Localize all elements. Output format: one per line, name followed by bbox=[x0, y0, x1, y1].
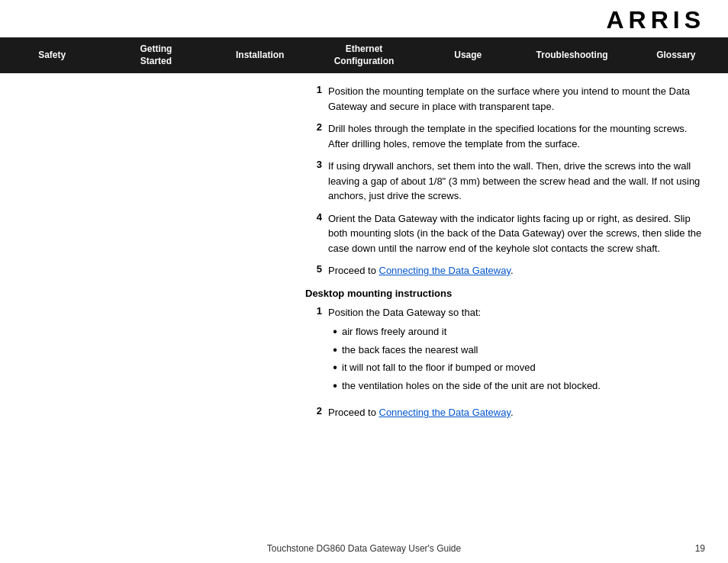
sidebar bbox=[0, 73, 298, 516]
bullet-text-2: the back faces the nearest wall bbox=[342, 343, 478, 358]
step-text-5: Proceed to Connecting the Data Gateway. bbox=[328, 263, 705, 278]
bullet-item-2: • the back faces the nearest wall bbox=[328, 343, 705, 358]
desktop-list: 1 Position the Data Gateway so that: • a… bbox=[305, 305, 705, 420]
bullet-dot-4: • bbox=[328, 378, 342, 393]
bullet-item-1: • air flows freely around it bbox=[328, 324, 705, 339]
bullet-dot-2: • bbox=[328, 343, 342, 357]
wall-step-3: 3 If using drywall anchors, set them int… bbox=[305, 159, 705, 204]
step-num-5: 5 bbox=[305, 263, 322, 275]
desktop-step-2: 2 Proceed to Connecting the Data Gateway… bbox=[305, 405, 705, 420]
wall-step-1: 1 Position the mounting template on the … bbox=[305, 84, 705, 114]
nav-ethernet-config[interactable]: Ethernet Configuration bbox=[312, 37, 416, 73]
step2-before: Proceed to bbox=[328, 407, 379, 418]
desktop-step-1: 1 Position the Data Gateway so that: • a… bbox=[305, 305, 705, 398]
bullet-text-4: the ventilation holes on the side of the… bbox=[342, 378, 601, 394]
nav-safety[interactable]: Safety bbox=[0, 37, 104, 73]
desktop-step1-text: Position the Data Gateway so that: bbox=[328, 307, 481, 318]
bullet-dot-1: • bbox=[328, 324, 342, 339]
arris-logo: ARRIS bbox=[606, 6, 705, 34]
footer-center-text: Touchstone DG860 Data Gateway User's Gui… bbox=[267, 543, 461, 554]
desktop-text-1: Position the Data Gateway so that: • air… bbox=[328, 305, 705, 398]
nav-bar: Safety Getting Started Installation Ethe… bbox=[0, 37, 728, 73]
desktop-text-2: Proceed to Connecting the Data Gateway. bbox=[328, 405, 705, 420]
footer-page-number: 19 bbox=[695, 543, 705, 554]
wall-step-5: 5 Proceed to Connecting the Data Gateway… bbox=[305, 263, 705, 278]
bullet-text-1: air flows freely around it bbox=[342, 324, 446, 339]
step-num-3: 3 bbox=[305, 159, 322, 170]
bullet-item-4: • the ventilation holes on the side of t… bbox=[328, 378, 705, 394]
wall-mount-list: 1 Position the mounting template on the … bbox=[305, 84, 705, 278]
footer: Touchstone DG860 Data Gateway User's Gui… bbox=[0, 543, 728, 554]
step-num-1: 1 bbox=[305, 84, 322, 95]
step-text-3: If using drywall anchors, set them into … bbox=[328, 159, 705, 204]
main-content: 1 Position the mounting template on the … bbox=[0, 73, 728, 516]
step-num-2: 2 bbox=[305, 121, 322, 133]
nav-troubleshooting[interactable]: Troubleshooting bbox=[520, 37, 623, 73]
step-num-4: 4 bbox=[305, 211, 322, 223]
desktop-heading: Desktop mounting instructions bbox=[305, 288, 705, 299]
bullet-dot-3: • bbox=[328, 360, 342, 375]
nav-glossary[interactable]: Glossary bbox=[624, 37, 728, 73]
wall-step-4: 4 Orient the Data Gateway with the indic… bbox=[305, 211, 705, 256]
desktop-num-2: 2 bbox=[305, 405, 322, 417]
step2-after: . bbox=[511, 407, 514, 418]
bullet-text-3: it will not fall to the floor if bumped … bbox=[342, 360, 536, 375]
nav-getting-started[interactable]: Getting Started bbox=[104, 37, 208, 73]
step5-link[interactable]: Connecting the Data Gateway bbox=[379, 265, 511, 276]
desktop-num-1: 1 bbox=[305, 305, 322, 317]
logo-bar: ARRIS bbox=[0, 0, 728, 37]
step5-before: Proceed to bbox=[328, 265, 379, 276]
step2-link[interactable]: Connecting the Data Gateway bbox=[379, 407, 511, 418]
nav-installation[interactable]: Installation bbox=[208, 37, 312, 73]
nav-usage[interactable]: Usage bbox=[416, 37, 520, 73]
content-area: 1 Position the mounting template on the … bbox=[298, 73, 728, 516]
step-text-1: Position the mounting template on the su… bbox=[328, 84, 705, 114]
bullet-item-3: • it will not fall to the floor if bumpe… bbox=[328, 360, 705, 375]
step5-after: . bbox=[511, 265, 514, 276]
desktop-bullet-list: • air flows freely around it • the back … bbox=[328, 324, 705, 393]
step-text-2: Drill holes through the template in the … bbox=[328, 121, 705, 151]
wall-step-2: 2 Drill holes through the template in th… bbox=[305, 121, 705, 151]
step-text-4: Orient the Data Gateway with the indicat… bbox=[328, 211, 705, 256]
